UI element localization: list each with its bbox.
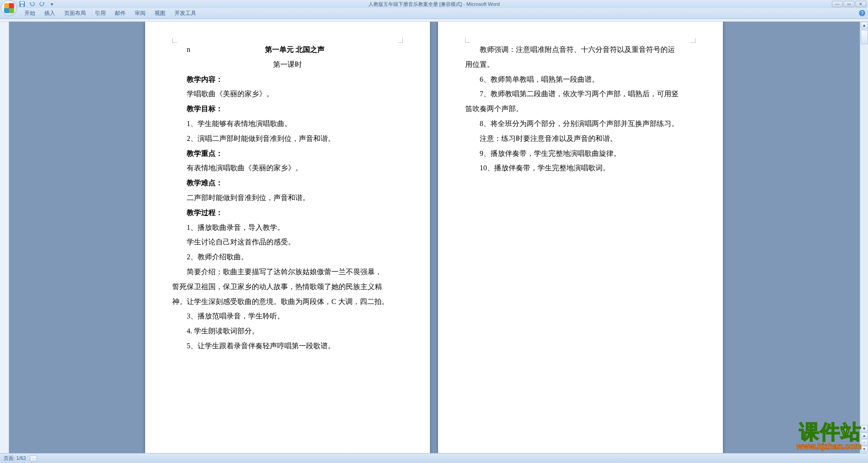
scroll-track[interactable]	[861, 29, 868, 425]
quick-access-toolbar: ▾	[18, 0, 56, 8]
svg-rect-2	[21, 5, 24, 6]
r-p7: 注意：练习时要注意音准以及声音的和谐。	[465, 131, 696, 146]
redo-button[interactable]	[38, 0, 46, 8]
document-page-2[interactable]: 教师强调：注意唱准附点音符、十六分音符以及重音符号的运 用位置。 6、教师简单教…	[438, 22, 723, 453]
qat-customize-button[interactable]: ▾	[48, 0, 56, 8]
watermark-url: www.kjzhan.com	[797, 442, 862, 451]
ribbon-tabs: 开始 插入 页面布局 引用 邮件 审阅 视图 开发工具 ?	[0, 8, 868, 19]
heading-content: 教学内容：	[172, 72, 403, 87]
next-page-button[interactable]: ▼	[861, 446, 868, 452]
heading-focus: 教学重点：	[172, 146, 403, 161]
minimize-button[interactable]: —	[832, 1, 843, 7]
office-logo-icon	[4, 3, 14, 13]
lesson-title: 第一课时	[172, 57, 403, 72]
browse-object-button[interactable]: ○	[861, 439, 868, 445]
tab-view[interactable]: 视图	[150, 8, 170, 19]
status-bar: 页面: 1/62	[0, 453, 868, 463]
document-area: n第一单元 北国之声 第一课时 教学内容： 学唱歌曲《美丽的家乡》。 教学目标：…	[0, 22, 868, 453]
doc-n-mark: n	[172, 42, 190, 57]
office-button[interactable]	[1, 0, 17, 16]
undo-button[interactable]	[28, 0, 36, 8]
help-icon[interactable]: ?	[859, 10, 865, 16]
tab-review[interactable]: 审阅	[130, 8, 150, 19]
heading-proc: 教学过程：	[172, 206, 403, 220]
tab-references[interactable]: 引用	[90, 8, 110, 19]
r-p2: 用位置。	[465, 57, 696, 72]
r-p1: 教师强调：注意唱准附点音符、十六分音符以及重音符号的运	[465, 42, 696, 57]
proc-p1: 1、播放歌曲录音，导入教学。	[172, 220, 403, 235]
tab-mailings[interactable]: 邮件	[110, 8, 130, 19]
watermark: 课件站 www.kjzhan.com	[797, 422, 862, 451]
tab-home[interactable]: 开始	[20, 8, 40, 19]
window-title: 人教版五年级下册音乐教案全册 [兼容模式] - Microsoft Word	[368, 1, 500, 8]
maximize-button[interactable]: ▭	[844, 1, 854, 7]
title-bar: ▾ 人教版五年级下册音乐教案全册 [兼容模式] - Microsoft Word…	[0, 0, 868, 8]
tab-page-layout[interactable]: 页面布局	[60, 8, 90, 19]
scroll-up-button[interactable]: ▲	[861, 22, 868, 29]
proc-p2: 学生讨论自己对这首作品的感受。	[172, 235, 403, 250]
close-button[interactable]: ✕	[855, 1, 866, 7]
proc-p3: 2、教师介绍歌曲。	[172, 250, 403, 265]
watermark-title: 课件站	[797, 422, 862, 442]
goal-p2: 2、演唱二声部时能做到音准到位，声音和谐。	[172, 131, 403, 146]
vertical-scrollbar[interactable]: ▲ ▼ ▲ ○ ▼	[860, 22, 868, 453]
scroll-down-button[interactable]: ▼	[861, 425, 868, 432]
focus-p1: 有表情地演唱歌曲《美丽的家乡》。	[172, 161, 403, 176]
tab-developer[interactable]: 开发工具	[170, 8, 201, 19]
heading-hard: 教学难点：	[172, 176, 403, 191]
proc-p5: 誓死保卫祖国，保卫家乡的动人故事，热情歌颂了她的民族主义精	[172, 280, 403, 295]
save-button[interactable]	[18, 0, 26, 8]
content-p1: 学唱歌曲《美丽的家乡》。	[172, 87, 403, 102]
vertical-ruler[interactable]	[0, 22, 9, 453]
scroll-thumb[interactable]	[861, 30, 868, 44]
r-p4: 7、教师教唱第二段曲谱，依次学习两个声部，唱熟后，可用竖	[465, 87, 696, 102]
r-p3: 6、教师简单教唱，唱熟第一段曲谱。	[465, 72, 696, 87]
document-page-1[interactable]: n第一单元 北国之声 第一课时 教学内容： 学唱歌曲《美丽的家乡》。 教学目标：…	[145, 22, 430, 453]
r-p6: 8、将全班分为两个部分，分别演唱两个声部并互换声部练习。	[465, 117, 696, 131]
unit-title: 第一单元 北国之声	[265, 46, 325, 53]
hard-p1: 二声部时能做到音准到位，声音和谐。	[172, 191, 403, 206]
r-p8: 9、播放伴奏带，学生完整地演唱歌曲旋律。	[465, 146, 696, 161]
goal-p1: 1、学生能够有表情地演唱歌曲。	[172, 117, 403, 131]
proc-p7: 3、播放范唱录音，学生聆听。	[172, 309, 403, 324]
tab-insert[interactable]: 插入	[40, 8, 60, 19]
svg-rect-1	[20, 2, 24, 4]
r-p9: 10、播放伴奏带，学生完整地演唱歌词。	[465, 161, 696, 176]
page-indicator[interactable]: 页面: 1/62	[4, 455, 26, 462]
proc-p9: 5、让学生跟着录音伴奏轻声哼唱第一段歌谱。	[172, 339, 403, 354]
proc-p4: 简要介绍：歌曲主要描写了达斡尔族姑娘傲蕾一兰不畏强暴，	[172, 265, 403, 280]
status-icon[interactable]	[30, 455, 37, 462]
proc-p8: 4. 学生朗读歌词部分。	[172, 324, 403, 339]
proc-p6: 神。让学生深刻感受歌曲的意境。歌曲为两段体，C 大调，四二拍。	[172, 295, 403, 309]
r-p5: 笛吹奏两个声部。	[465, 102, 696, 117]
prev-page-button[interactable]: ▲	[861, 432, 868, 439]
heading-goal: 教学目标：	[172, 102, 403, 117]
